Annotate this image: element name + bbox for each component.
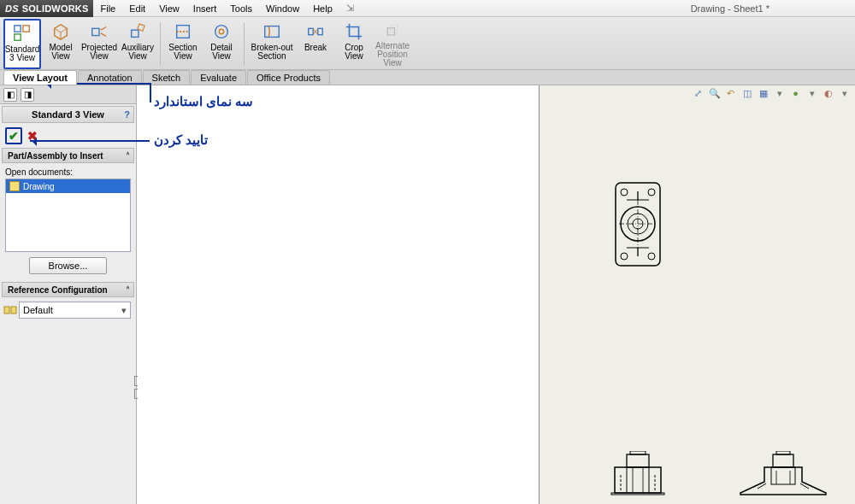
list-item[interactable]: Drawing bbox=[6, 179, 130, 193]
svg-rect-3 bbox=[92, 28, 99, 35]
projected-view-button[interactable]: Projected View bbox=[80, 19, 118, 69]
ribbon-label: View bbox=[90, 52, 109, 61]
drop-icon[interactable]: ▾ bbox=[805, 87, 818, 100]
zoom-area-icon[interactable]: 🔍 bbox=[708, 87, 721, 100]
svg-rect-28 bbox=[773, 454, 793, 467]
svg-point-8 bbox=[219, 29, 224, 34]
heads-up-toolbar: ⤢ 🔍 ↶ ◫ ▦ ▾ ● ▾ ◐ ▾ bbox=[691, 85, 852, 101]
section-part-assembly[interactable]: Part/Assembly to Insert ˄ bbox=[2, 148, 134, 163]
sheet-origin-marker bbox=[134, 376, 138, 386]
svg-rect-14 bbox=[4, 307, 9, 314]
ribbon-label: View bbox=[174, 52, 192, 61]
svg-rect-26 bbox=[615, 467, 661, 493]
menu-pin-icon[interactable]: ⇲ bbox=[339, 0, 361, 16]
auxiliary-view-button[interactable]: Auxiliary View bbox=[119, 19, 156, 69]
app-brand: SOLIDWORKS bbox=[22, 3, 89, 14]
confirm-button[interactable]: ✔ bbox=[5, 127, 22, 144]
workspace: ◧ ◨ Standard 3 View ? ✔ ✖ Part/Assembly … bbox=[0, 85, 855, 504]
svg-point-18 bbox=[648, 189, 655, 196]
svg-rect-24 bbox=[627, 454, 649, 467]
svg-rect-13 bbox=[391, 25, 398, 32]
menu-help[interactable]: Help bbox=[306, 0, 339, 16]
section-view-button[interactable]: Section View bbox=[164, 19, 202, 69]
menu-edit[interactable]: Edit bbox=[122, 0, 152, 16]
alt-position-icon bbox=[383, 22, 402, 39]
tab-evaluate[interactable]: Evaluate bbox=[191, 70, 246, 85]
break-icon bbox=[306, 22, 325, 41]
help-icon[interactable]: ? bbox=[124, 109, 130, 120]
svg-point-17 bbox=[621, 189, 628, 196]
ds-logo-icon: DS bbox=[5, 3, 19, 14]
zoom-fit-icon[interactable]: ⤢ bbox=[692, 87, 705, 100]
view-settings-icon[interactable]: ◐ bbox=[822, 87, 834, 100]
section-icon[interactable]: ◫ bbox=[740, 87, 753, 100]
configuration-select[interactable]: Default bbox=[19, 302, 131, 319]
document-title: Drawing - Sheet1 * bbox=[691, 3, 770, 14]
section-label: Reference Configuration bbox=[8, 285, 108, 295]
crop-view-button[interactable]: Crop View bbox=[335, 19, 373, 69]
panel-title: Standard 3 View ? bbox=[2, 106, 134, 123]
tab-office-products[interactable]: Office Products bbox=[247, 70, 330, 85]
detail-view-icon bbox=[212, 22, 231, 41]
prev-view-icon[interactable]: ↶ bbox=[724, 87, 737, 100]
crop-view-icon bbox=[345, 22, 363, 41]
drawing-top-view bbox=[612, 179, 663, 269]
display-style-icon[interactable]: ▦ bbox=[757, 87, 770, 100]
ok-cancel-row: ✔ ✖ bbox=[0, 125, 136, 147]
chevron-up-icon: ˄ bbox=[126, 151, 130, 161]
ribbon-label: View bbox=[51, 52, 70, 61]
annotation-text: سه نمای استاندارد bbox=[154, 94, 253, 109]
svg-rect-12 bbox=[387, 28, 394, 35]
ribbon-label: View bbox=[345, 52, 363, 61]
menu-window[interactable]: Window bbox=[259, 0, 306, 16]
menu-view[interactable]: View bbox=[152, 0, 186, 16]
ribbon: Standard 3 View Model View Projected Vie… bbox=[0, 17, 855, 70]
svg-rect-1 bbox=[23, 26, 29, 32]
break-button[interactable]: Break bbox=[297, 19, 334, 69]
svg-point-7 bbox=[215, 26, 228, 38]
model-view-button[interactable]: Model View bbox=[42, 19, 80, 69]
broken-out-section-button[interactable]: Broken-out Section bbox=[248, 19, 296, 69]
alternate-position-view-button: Alternate Position View bbox=[374, 19, 411, 69]
standard-3-view-button[interactable]: Standard 3 View bbox=[3, 19, 41, 69]
open-documents-label: Open documents: bbox=[5, 167, 131, 177]
menu-tools[interactable]: Tools bbox=[223, 0, 259, 16]
browse-button[interactable]: Browse... bbox=[29, 257, 108, 274]
sheet-origin-marker bbox=[134, 389, 138, 399]
drawing-side-view bbox=[732, 451, 834, 498]
svg-rect-2 bbox=[15, 34, 21, 40]
graphics-area[interactable]: ⤢ 🔍 ↶ ◫ ▦ ▾ ● ▾ ◐ ▾ bbox=[137, 85, 855, 504]
open-documents-list[interactable]: Drawing bbox=[5, 179, 131, 252]
property-manager-tab-icon[interactable]: ◨ bbox=[21, 88, 34, 102]
detail-view-button[interactable]: Detail View bbox=[203, 19, 240, 69]
menu-insert[interactable]: Insert bbox=[186, 0, 224, 16]
ribbon-label: 3 View bbox=[9, 54, 35, 62]
drop-icon[interactable]: ▾ bbox=[838, 87, 851, 100]
hide-show-icon[interactable]: ● bbox=[789, 87, 802, 100]
ribbon-label: Break bbox=[304, 44, 327, 52]
ribbon-separator bbox=[244, 22, 245, 66]
section-view-icon bbox=[174, 22, 192, 41]
svg-rect-15 bbox=[11, 307, 16, 314]
drop-icon[interactable]: ▾ bbox=[773, 87, 786, 100]
annotation-arrow bbox=[30, 140, 150, 142]
svg-rect-0 bbox=[15, 26, 21, 32]
panel-tabs: ◧ ◨ bbox=[0, 85, 136, 104]
standard-3-view-icon bbox=[13, 24, 32, 43]
svg-rect-30 bbox=[771, 467, 795, 484]
configuration-value: Default bbox=[23, 305, 53, 315]
svg-point-20 bbox=[648, 253, 655, 260]
drawing-sheet[interactable]: ⤢ 🔍 ↶ ◫ ▦ ▾ ● ▾ ◐ ▾ bbox=[539, 85, 855, 504]
svg-rect-4 bbox=[132, 30, 139, 37]
ribbon-separator bbox=[160, 22, 161, 66]
ribbon-label: View bbox=[383, 59, 402, 67]
tab-view-layout[interactable]: View Layout bbox=[3, 70, 77, 85]
section-body: Open documents: Drawing Browse... bbox=[0, 164, 136, 281]
projected-view-icon bbox=[90, 22, 109, 41]
list-item-label: Drawing bbox=[23, 182, 55, 191]
section-reference-configuration[interactable]: Reference Configuration ˄ bbox=[2, 282, 134, 297]
configuration-row: Default bbox=[0, 298, 136, 322]
menu-file[interactable]: File bbox=[93, 0, 122, 16]
ribbon-label: Section bbox=[257, 52, 286, 61]
feature-manager-tab-icon[interactable]: ◧ bbox=[3, 88, 17, 102]
